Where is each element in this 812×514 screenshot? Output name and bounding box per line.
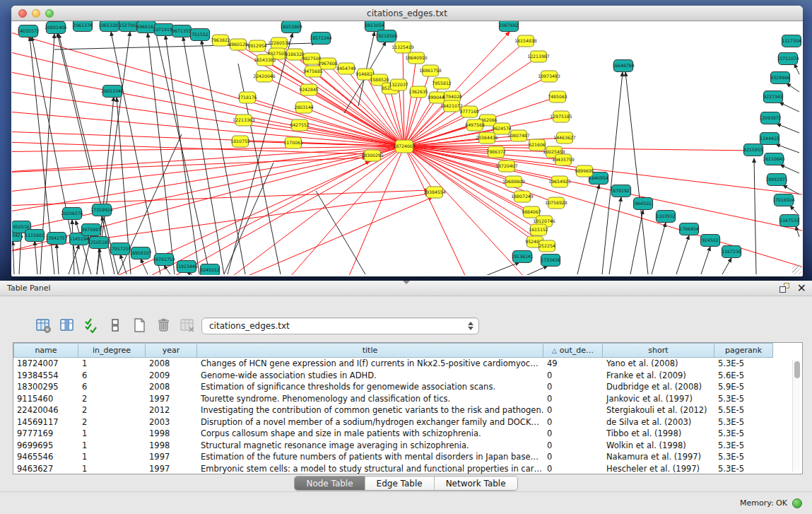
graph-node[interactable]: 19992971 [765, 174, 788, 186]
column-header-year[interactable]: year [146, 343, 197, 358]
network-window-titlebar[interactable]: citations_edges.txt [11, 6, 803, 21]
graph-node[interactable]: 9227343 [763, 91, 783, 103]
graph-node[interactable]: 1733426 [541, 255, 560, 267]
column-header-title[interactable]: title [197, 343, 543, 358]
graph-node[interactable]: 9329966 [770, 72, 790, 84]
graph-node[interactable]: 964501 [634, 198, 653, 210]
delete-table-icon[interactable] [178, 316, 196, 334]
graph-node[interactable]: 9975887 [81, 224, 101, 236]
graph-node[interactable]: 19654923 [548, 176, 571, 187]
graph-node[interactable]: 16958107 [129, 247, 152, 259]
graph-node[interactable]: 9475685 [303, 66, 323, 77]
graph-node[interactable]: 1810755 [230, 136, 250, 147]
graph-node[interactable]: 11923446 [175, 261, 198, 273]
close-window-button[interactable] [18, 9, 27, 18]
graph-node[interactable]: 17957259 [109, 243, 131, 255]
graph-node[interactable]: 19384554 [423, 187, 446, 198]
graph-node[interactable]: 18640910 [405, 52, 428, 64]
graph-node[interactable]: 1615152 [529, 224, 548, 235]
graph-node[interactable]: 18720407 [495, 160, 518, 172]
graph-node[interactable]: 7955812 [432, 78, 452, 89]
tab-node-table[interactable]: Node Table [295, 477, 364, 490]
graph-node[interactable]: 1322037 [389, 79, 408, 90]
graph-node[interactable]: 16210643 [763, 153, 785, 165]
graph-node[interactable]: 12093872 [759, 112, 782, 124]
network-graph[interactable]: 1403557220891406206137410653287152700269… [12, 21, 802, 275]
graph-node[interactable]: 1167230 [722, 246, 741, 258]
row-height-icon[interactable] [106, 316, 124, 334]
graph-node[interactable]: 252254 [539, 240, 555, 252]
graph-node[interactable]: 9245012 [200, 264, 220, 276]
graph-node[interactable]: 16782759 [153, 254, 175, 266]
graph-node[interactable]: 10973493 [538, 71, 560, 82]
graph-node[interactable]: 20891406 [45, 22, 67, 34]
graph-node[interactable]: 1170061 [283, 137, 303, 148]
table-mode-icon[interactable] [34, 316, 52, 334]
graph-node[interactable]: 22420046 [253, 71, 276, 82]
table-row[interactable]: 1830029562008Estimation of significance … [13, 381, 802, 393]
table-selector-dropdown[interactable]: citations_edges.txt [201, 317, 479, 334]
graph-node[interactable]: 751552 [191, 29, 210, 41]
close-panel-icon[interactable]: ✕ [797, 283, 806, 293]
network-canvas[interactable]: 1403557220891406206137410653287152700269… [12, 21, 802, 275]
graph-node[interactable]: 10807487 [507, 130, 530, 141]
graph-node[interactable]: 14035572 [17, 25, 40, 37]
graph-node[interactable]: 1167533 [779, 215, 799, 227]
graph-node[interactable]: 10756928 [545, 197, 567, 209]
table-row[interactable]: 1872400712008Changes of HCN gene express… [13, 358, 802, 370]
graph-node[interactable]: 6497568 [465, 119, 485, 131]
graph-node[interactable]: 19435759 [552, 154, 575, 165]
delete-column-icon[interactable] [154, 316, 172, 334]
graph-node[interactable]: 1103932 [656, 211, 676, 223]
select-columns-icon[interactable] [58, 316, 76, 334]
graph-node[interactable]: 2087682 [499, 21, 519, 32]
graph-node[interactable]: 9242845 [299, 84, 319, 95]
graph-node[interactable]: 8860128 [228, 39, 248, 50]
table-row[interactable]: 977716911998Corpus callosum shape and si… [13, 428, 802, 440]
graph-node[interactable]: 16543382 [254, 54, 276, 66]
graph-node[interactable]: 12213363 [233, 115, 255, 126]
graph-node[interactable]: 8215955 [743, 144, 763, 156]
float-panel-icon[interactable] [779, 283, 790, 293]
graph-node[interactable]: 18300295 [361, 150, 384, 161]
memory-status-indicator[interactable] [792, 498, 802, 508]
graph-node[interactable]: 679192 [612, 185, 631, 197]
graph-node[interactable]: 18724007 [393, 140, 416, 153]
new-column-icon[interactable] [130, 316, 148, 334]
graph-node[interactable]: 2718176 [237, 92, 257, 103]
table-row[interactable]: 1456911722003Disruption of a novel membe… [13, 416, 802, 428]
graph-node[interactable]: 7485063 [548, 91, 567, 103]
table-row[interactable]: 2242004622012Investigating the contribut… [13, 404, 802, 416]
graph-node[interactable]: 1796454 [679, 223, 699, 235]
table-row[interactable]: 1938455462009Genome-wide association stu… [13, 370, 802, 382]
graph-node[interactable]: 18572244 [310, 33, 332, 45]
table-row[interactable]: 911546021997Tourette syndrome. Phenomeno… [13, 393, 802, 405]
graph-node[interactable]: 8427552 [290, 119, 310, 131]
graph-node[interactable]: 1362635 [408, 86, 428, 98]
table-scrollbar-thumb[interactable] [794, 361, 800, 378]
graph-node[interactable]: 1117304 [782, 35, 801, 47]
column-header-short[interactable]: short [603, 343, 714, 358]
graph-node[interactable]: 16154838 [514, 35, 537, 47]
graph-node[interactable]: 20364436 [476, 132, 498, 144]
graph-node[interactable]: 9777169 [459, 106, 479, 117]
graph-node[interactable]: 2803144 [294, 102, 314, 113]
column-header-in_degree[interactable]: in_degree [78, 343, 146, 358]
table-row[interactable]: 969969511998Structural magnetic resonanc… [13, 440, 802, 452]
graph-node[interactable]: 19218506 [375, 30, 398, 42]
tab-network-table[interactable]: Network Table [434, 477, 517, 490]
resize-grip[interactable] [792, 265, 801, 274]
graph-node[interactable]: 2061374 [73, 21, 93, 32]
graph-node[interactable]: 17016504 [772, 194, 795, 206]
graph-node[interactable]: 22260538 [268, 37, 290, 49]
graph-node[interactable]: 13942757 [45, 233, 68, 245]
splitter-handle[interactable] [403, 281, 410, 284]
table-row[interactable]: 946554611997Estimation of the future num… [13, 451, 802, 463]
graph-node[interactable]: 7963822 [211, 35, 230, 46]
column-header-pagerank[interactable]: pagerank [714, 343, 773, 358]
graph-node[interactable]: 18807249 [511, 191, 534, 202]
graph-node[interactable]: 9671355 [172, 25, 192, 37]
zoom-window-button[interactable] [45, 9, 54, 18]
graph-node[interactable]: 14463627 [553, 132, 576, 144]
graph-node[interactable]: 1115681 [25, 230, 45, 242]
